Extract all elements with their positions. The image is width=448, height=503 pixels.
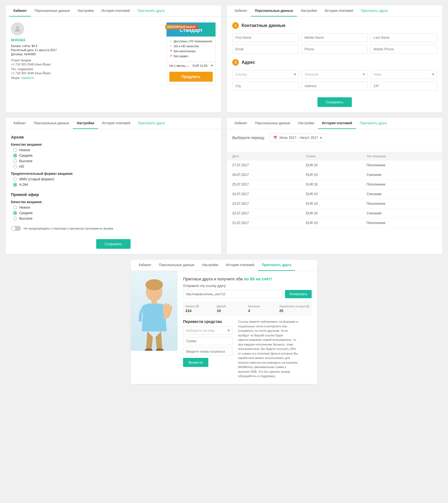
tab-cabinet[interactable]: Кабинет: [10, 5, 31, 16]
radio-icon-medium: [13, 154, 17, 157]
skype-link[interactable]: repkatv.tv: [21, 76, 34, 79]
email-field[interactable]: [232, 45, 299, 54]
tab-payments-4[interactable]: История платежей: [318, 118, 356, 129]
table-row: 26.07.2017 EUR 10 Списание: [227, 170, 443, 180]
tab-personal-2[interactable]: Персональные данные: [251, 5, 297, 16]
stat-balance: Баланс ($) 214: [186, 305, 215, 313]
last-name-field[interactable]: [370, 33, 437, 42]
transfer-form: Выберите систему Вывести: [183, 327, 233, 367]
personal-nav: Кабинет Персональные данные Настройки Ис…: [227, 5, 443, 17]
cell-type: Пополнение: [361, 161, 443, 170]
format-label: Предпочтительный формат вещания:: [11, 172, 216, 176]
payment-history-card: Кабинет Персональные данные Настройки Ис…: [227, 118, 443, 254]
state-select[interactable]: State: [370, 70, 437, 79]
phone-support-label: Тех. поддержка:: [11, 67, 161, 71]
invite-link-input[interactable]: [183, 290, 283, 298]
tab-settings-1[interactable]: Настройки: [74, 5, 98, 16]
period-selector[interactable]: 📅 Июнь 2017 – Август 2017 ▾: [269, 133, 326, 142]
address-row-2: [232, 82, 437, 90]
tab-invite-2[interactable]: Пригласить друга: [357, 5, 391, 16]
transfer-system-select[interactable]: Выберите систему: [183, 327, 233, 335]
tab-payments-5[interactable]: История платежей: [222, 260, 258, 271]
radio-archive-high[interactable]: Высокое: [13, 159, 216, 163]
tab-invite-5[interactable]: Пригласить друга: [258, 260, 295, 271]
radio-icon-high: [13, 159, 17, 163]
tab-personal-5[interactable]: Персональные данные: [155, 260, 198, 271]
svg-point-0: [16, 26, 19, 29]
cabinet-card: Кабинет Персональные данные Настройки Ис…: [5, 5, 221, 112]
cell-type: Пополнение: [361, 199, 443, 209]
tab-payments-2[interactable]: История платежей: [321, 5, 357, 16]
payments-nav: Кабинет Персональные данные Настройки Ис…: [227, 118, 443, 129]
radio-live-low[interactable]: Низкое: [13, 206, 216, 209]
tab-cabinet-2[interactable]: Кабинет: [231, 5, 251, 16]
stat-earned-label: Заработано сегодня ($): [279, 305, 309, 308]
tab-payments-3[interactable]: История платежей: [98, 118, 134, 129]
radio-archive-medium[interactable]: Среднее: [13, 154, 216, 157]
tab-invite-4[interactable]: Пригласить друга: [356, 118, 391, 129]
plan-feature-1: ✓ Доступны 170 телеканалов: [170, 39, 212, 43]
save-settings-button[interactable]: Сохранить: [96, 239, 131, 249]
cell-amount: EUR 10: [301, 170, 361, 180]
radio-live-medium[interactable]: Среднее: [13, 211, 216, 215]
middle-name-field[interactable]: [302, 33, 368, 42]
chevron-down-icon[interactable]: ▾: [211, 64, 213, 67]
check-icon-3: ✗: [170, 49, 172, 53]
copy-link-button[interactable]: Копировать: [285, 290, 312, 298]
radio-icon-hd: [13, 165, 17, 168]
invite-nav: Кабинет Персональные данные Настройки Ис…: [131, 260, 317, 271]
invite-content: Пригласи друга и получите оба по $5 на с…: [178, 271, 317, 384]
radio-live-high[interactable]: Высокое: [13, 217, 216, 220]
period-row: Выберите период: 📅 Июнь 2017 – Август 20…: [227, 129, 443, 146]
cell-amount: EUR 10: [301, 180, 361, 189]
invite-subtitle: Отправьте эту ссылку другу:: [183, 284, 312, 288]
tab-settings-2[interactable]: Настройки: [297, 5, 321, 16]
tab-cabinet-3[interactable]: Кабинет: [10, 118, 30, 129]
city-field[interactable]: [232, 82, 299, 90]
table-row: 22.07.2017 EUR 10 Списание: [227, 209, 443, 218]
tab-payments-1[interactable]: История платежей: [98, 5, 134, 16]
mobile-field[interactable]: [370, 45, 437, 54]
period-value: Июнь 2017 – Август 2017: [280, 136, 318, 140]
stat-earned-value: 25: [279, 309, 309, 313]
radio-wmv[interactable]: WMV (старый формат): [13, 177, 216, 181]
tab-settings-5[interactable]: Настройки: [198, 260, 222, 271]
save-personal-button[interactable]: Сохранить: [317, 97, 352, 107]
phone-sales: +1 718 303 2548 (Нью-Йорк): [11, 63, 161, 66]
address-section-title: 2 Адрес: [232, 59, 437, 66]
user-info: testvia1 Баланс счёта: $4.5 Расчётный де…: [11, 22, 161, 79]
tab-personal-3[interactable]: Персональные данные: [30, 118, 73, 129]
country-select[interactable]: Country: [232, 70, 299, 79]
withdraw-button[interactable]: Вывести: [183, 358, 208, 367]
archive-quality-group: Низкое Среднее Высокое HD: [13, 148, 216, 168]
cell-date: 24.07.2017: [227, 189, 301, 199]
timezone-select[interactable]: Timezone: [302, 70, 368, 79]
tab-cabinet-5[interactable]: Кабинет: [135, 260, 155, 271]
radio-h264[interactable]: H.264: [13, 183, 216, 187]
cell-amount: EUR 10: [301, 218, 361, 228]
first-name-field[interactable]: [232, 33, 299, 42]
radio-archive-hd[interactable]: HD: [13, 165, 216, 168]
tab-personal-4[interactable]: Персональные данные: [251, 118, 294, 129]
address-field[interactable]: [302, 82, 368, 90]
tab-settings-3[interactable]: Настройки: [73, 118, 98, 129]
extend-plan-button[interactable]: Продлить: [169, 72, 213, 82]
transfer-wallet-field[interactable]: [183, 347, 233, 356]
contact-section-title: 1 Контактные данные: [232, 22, 437, 29]
stat-active: Активных 4: [248, 305, 278, 313]
stat-friends-value: 10: [217, 309, 247, 313]
archive-warning-toggle[interactable]: [11, 226, 21, 231]
cabinet-nav: Кабинет Персональные данные Настройки Ис…: [5, 5, 221, 17]
tab-invite-3[interactable]: Пригласить друга: [134, 118, 169, 129]
zip-field[interactable]: [370, 82, 437, 90]
tab-personal-1[interactable]: Персональные данные: [31, 5, 74, 16]
invite-title: Пригласи друга и получите оба по $5 на с…: [183, 277, 312, 281]
check-icon-4: ✗: [170, 54, 172, 58]
tab-invite-1[interactable]: Пригласить друга: [134, 5, 168, 16]
live-title: Прямой эфир: [11, 192, 216, 197]
radio-archive-low[interactable]: Низкое: [13, 148, 216, 152]
tab-settings-4[interactable]: Настройки: [294, 118, 318, 129]
tab-cabinet-4[interactable]: Кабинет: [231, 118, 251, 129]
transfer-amount-field[interactable]: [183, 337, 233, 345]
phone-field[interactable]: [302, 45, 368, 54]
